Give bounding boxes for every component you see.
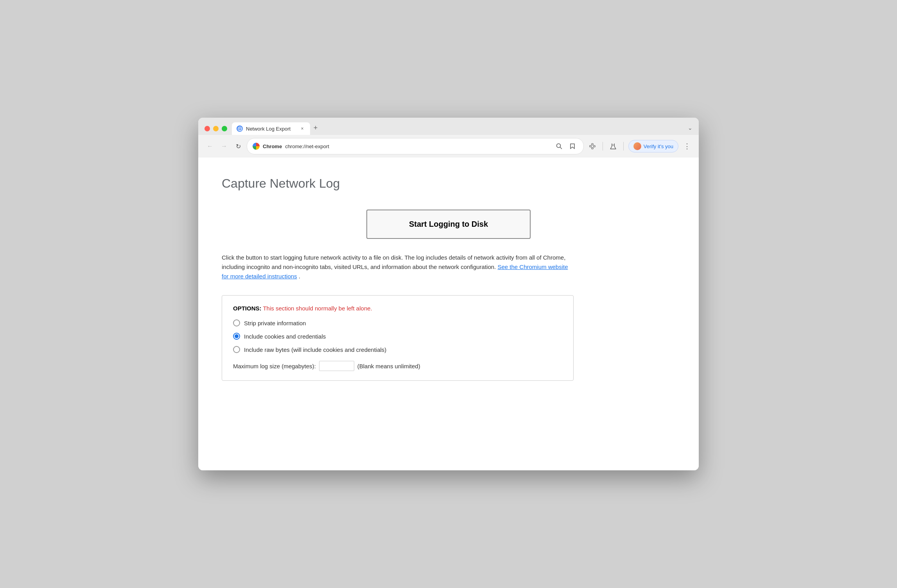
svg-marker-5 (570, 144, 574, 149)
refresh-icon: ↻ (236, 143, 241, 150)
svg-rect-6 (590, 145, 591, 147)
traffic-lights (205, 126, 227, 131)
address-url[interactable]: chrome://net-export (285, 143, 551, 149)
menu-icon: ⋮ (684, 142, 691, 151)
toolbar-divider (603, 142, 603, 151)
max-log-input[interactable] (319, 361, 354, 371)
tabs-row: Network Log Export × + (232, 122, 683, 135)
radio-group: Strip private information Include cookie… (233, 319, 562, 371)
title-bar-top: Network Log Export × + ⌄ (205, 122, 692, 135)
labs-icon-button[interactable] (608, 141, 619, 152)
chrome-logo-icon (253, 143, 260, 150)
window-controls-right: ⌄ (688, 125, 692, 133)
radio-strip-input[interactable] (233, 319, 240, 326)
address-icons (554, 141, 578, 152)
radio-cookies-label: Include cookies and credentials (244, 333, 326, 340)
tab-favicon-icon (237, 125, 243, 132)
chrome-label: Chrome (263, 143, 282, 149)
user-avatar (633, 142, 641, 150)
page-title: Capture Network Log (222, 176, 675, 191)
radio-strip[interactable]: Strip private information (233, 319, 562, 326)
tab-close-button[interactable]: × (299, 125, 305, 132)
address-bar[interactable]: Chrome chrome://net-export (247, 138, 584, 154)
title-bar: Network Log Export × + ⌄ (198, 118, 699, 135)
description-text: Click the button to start logging future… (222, 253, 574, 281)
content-area: Capture Network Log Start Logging to Dis… (198, 158, 699, 470)
start-logging-button[interactable]: Start Logging to Disk (366, 210, 531, 239)
forward-icon: → (221, 143, 227, 150)
radio-cookies[interactable]: Include cookies and credentials (233, 333, 562, 340)
forward-button[interactable]: → (219, 141, 230, 152)
options-label-bold: OPTIONS: (233, 305, 262, 312)
radio-cookies-input[interactable] (233, 333, 240, 340)
menu-button[interactable]: ⋮ (682, 141, 692, 152)
minimize-button[interactable] (213, 126, 219, 131)
active-tab[interactable]: Network Log Export × (232, 122, 310, 135)
back-button[interactable]: ← (205, 141, 215, 152)
verify-button[interactable]: Verify it's you (628, 140, 678, 152)
browser-window: Network Log Export × + ⌄ ← → ↻ Chrome ch… (198, 118, 699, 470)
bookmark-icon-button[interactable] (567, 141, 578, 152)
radio-raw[interactable]: Include raw bytes (will include cookies … (233, 346, 562, 353)
back-icon: ← (207, 143, 213, 150)
search-icon-button[interactable] (554, 141, 565, 152)
svg-line-4 (560, 147, 562, 149)
options-box: OPTIONS: This section should normally be… (222, 295, 574, 381)
svg-rect-7 (592, 143, 593, 145)
address-bar-row: ← → ↻ Chrome chrome://net-export (198, 135, 699, 158)
max-log-hint: (Blank means unlimited) (357, 363, 420, 369)
verify-label: Verify it's you (644, 143, 673, 149)
max-log-label: Maximum log size (megabytes): (233, 363, 316, 369)
extension-icon-button[interactable] (587, 141, 598, 152)
svg-rect-8 (592, 147, 593, 149)
new-tab-button[interactable]: + (310, 122, 321, 133)
close-button[interactable] (205, 126, 210, 131)
tab-title: Network Log Export (246, 126, 296, 132)
description-suffix: . (299, 273, 300, 280)
radio-raw-label: Include raw bytes (will include cookies … (244, 346, 386, 353)
refresh-button[interactable]: ↻ (233, 141, 244, 152)
toolbar-divider-2 (623, 142, 624, 151)
maximize-button[interactable] (222, 126, 227, 131)
radio-raw-input[interactable] (233, 346, 240, 353)
max-log-row: Maximum log size (megabytes): (Blank mea… (233, 361, 562, 371)
window-chevron-icon[interactable]: ⌄ (688, 125, 692, 131)
options-warning: This section should normally be left alo… (263, 305, 372, 312)
options-header: OPTIONS: This section should normally be… (233, 305, 562, 312)
radio-strip-label: Strip private information (244, 320, 306, 326)
svg-rect-9 (594, 145, 595, 147)
